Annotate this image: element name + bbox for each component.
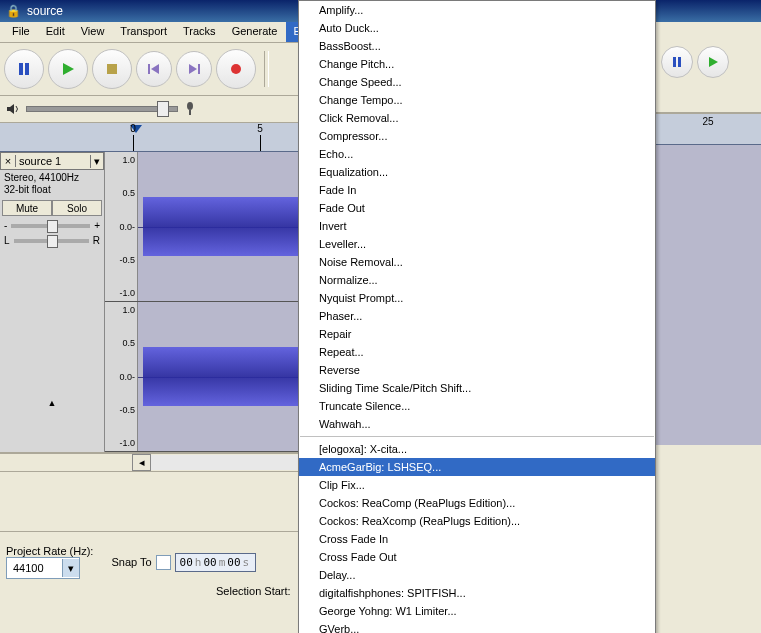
svg-point-10 bbox=[187, 102, 193, 110]
menu-transport[interactable]: Transport bbox=[112, 22, 175, 42]
svg-marker-2 bbox=[63, 63, 74, 75]
play-button[interactable] bbox=[48, 49, 88, 89]
menu-tracks[interactable]: Tracks bbox=[175, 22, 224, 42]
menu-item[interactable]: Echo... bbox=[299, 145, 655, 163]
menu-item[interactable]: Invert bbox=[299, 217, 655, 235]
speaker-icon bbox=[6, 103, 20, 115]
menu-item[interactable]: Reverse bbox=[299, 361, 655, 379]
amplitude-scale: 1.00.50.0--0.5-1.0 bbox=[105, 152, 138, 301]
scale-label: -1.0 bbox=[107, 288, 135, 298]
solo-button[interactable]: Solo bbox=[52, 200, 102, 216]
menu-item[interactable]: Cockos: ReaComp (ReaPlugs Edition)... bbox=[299, 494, 655, 512]
scroll-left-icon[interactable]: ◂ bbox=[132, 454, 151, 471]
menu-item[interactable]: Repair bbox=[299, 325, 655, 343]
waveform[interactable] bbox=[655, 145, 761, 445]
svg-rect-0 bbox=[19, 63, 23, 75]
menu-item[interactable]: Cockos: ReaXcomp (ReaPlugs Edition)... bbox=[299, 512, 655, 530]
track-name[interactable]: source 1 bbox=[16, 155, 90, 167]
menu-item[interactable]: Noise Removal... bbox=[299, 253, 655, 271]
output-volume-slider[interactable] bbox=[26, 106, 178, 112]
chevron-down-icon[interactable]: ▾ bbox=[62, 559, 79, 577]
menu-item[interactable]: Sliding Time Scale/Pitch Shift... bbox=[299, 379, 655, 397]
toolbar-divider bbox=[264, 51, 269, 87]
menu-item[interactable]: Change Speed... bbox=[299, 73, 655, 91]
menu-item[interactable]: Fade In bbox=[299, 181, 655, 199]
slider-thumb[interactable] bbox=[47, 220, 58, 233]
menu-item[interactable]: Repeat... bbox=[299, 343, 655, 361]
project-rate-combo[interactable]: 44100 ▾ bbox=[6, 557, 80, 579]
menu-item[interactable]: Equalization... bbox=[299, 163, 655, 181]
scale-label: 1.0 bbox=[107, 305, 135, 315]
scale-label: 0.0- bbox=[107, 372, 135, 382]
scale-label: 0.5 bbox=[107, 188, 135, 198]
selection-start-label: Selection Start: bbox=[216, 585, 291, 592]
menu-item[interactable]: Truncate Silence... bbox=[299, 397, 655, 415]
slider-thumb[interactable] bbox=[47, 235, 58, 248]
track-menu-chevron-icon[interactable]: ▾ bbox=[90, 155, 103, 168]
menu-item[interactable]: Delay... bbox=[299, 566, 655, 584]
menu-item[interactable]: Normalize... bbox=[299, 271, 655, 289]
menu-item[interactable]: Leveller... bbox=[299, 235, 655, 253]
menu-item[interactable]: Compressor... bbox=[299, 127, 655, 145]
menu-item[interactable]: Fade Out bbox=[299, 199, 655, 217]
menu-item[interactable]: Amplify... bbox=[299, 1, 655, 19]
menu-view[interactable]: View bbox=[73, 22, 113, 42]
menu-item[interactable]: Clip Fix... bbox=[299, 476, 655, 494]
adjacent-window-strip: 25 bbox=[654, 22, 761, 592]
skip-end-button[interactable] bbox=[176, 51, 212, 87]
slider-thumb[interactable] bbox=[157, 101, 169, 117]
svg-marker-9 bbox=[7, 104, 14, 114]
track-header[interactable]: × source 1 ▾ bbox=[0, 152, 104, 170]
selection-start-field[interactable]: 00h 00m 00s bbox=[175, 553, 257, 572]
ruler-label: 5 bbox=[257, 123, 263, 134]
svg-marker-14 bbox=[709, 57, 718, 67]
pan-slider[interactable]: L R bbox=[0, 233, 104, 248]
skip-start-button[interactable] bbox=[136, 51, 172, 87]
menu-item[interactable]: Auto Duck... bbox=[299, 19, 655, 37]
menu-item[interactable]: [elogoxa]: X-cita... bbox=[299, 440, 655, 458]
stop-button[interactable] bbox=[92, 49, 132, 89]
pause-button[interactable] bbox=[661, 46, 693, 78]
effect-menu-dropdown: Amplify...Auto Duck...BassBoost...Change… bbox=[298, 0, 656, 592]
menu-separator bbox=[300, 436, 654, 437]
mute-button[interactable]: Mute bbox=[2, 200, 52, 216]
track-control-panel: × source 1 ▾ Stereo, 44100Hz 32-bit floa… bbox=[0, 152, 105, 452]
menu-file[interactable]: File bbox=[4, 22, 38, 42]
menu-item[interactable]: Wahwah... bbox=[299, 415, 655, 433]
menu-item[interactable]: Change Pitch... bbox=[299, 55, 655, 73]
snap-to-label: Snap To bbox=[111, 556, 151, 568]
pause-button[interactable] bbox=[4, 49, 44, 89]
menu-item[interactable]: Change Tempo... bbox=[299, 91, 655, 109]
snap-to-checkbox[interactable] bbox=[156, 555, 171, 570]
window-title: source bbox=[27, 4, 63, 18]
svg-rect-4 bbox=[148, 64, 150, 74]
lock-icon: 🔒 bbox=[6, 4, 21, 18]
track-format: Stereo, 44100Hz 32-bit float bbox=[0, 170, 104, 198]
scale-label: -0.5 bbox=[107, 405, 135, 415]
menu-generate[interactable]: Generate bbox=[224, 22, 286, 42]
gain-slider[interactable]: - + bbox=[0, 218, 104, 233]
menu-item[interactable]: digitalfishphones: SPITFISH... bbox=[299, 584, 655, 592]
scale-label: 1.0 bbox=[107, 155, 135, 165]
svg-rect-3 bbox=[107, 64, 117, 74]
amplitude-scale: 1.00.50.0--0.5-1.0 bbox=[105, 302, 138, 451]
play-button[interactable] bbox=[697, 46, 729, 78]
track-close-button[interactable]: × bbox=[1, 155, 16, 167]
project-rate-label: Project Rate (Hz): bbox=[6, 545, 93, 557]
record-button[interactable] bbox=[216, 49, 256, 89]
ruler-label: 0 bbox=[130, 123, 136, 134]
menu-item[interactable]: Cross Fade Out bbox=[299, 548, 655, 566]
scale-label: 0.5 bbox=[107, 338, 135, 348]
track-collapse-button[interactable]: ▲ bbox=[0, 248, 104, 452]
ruler-tick bbox=[260, 135, 261, 151]
menu-item[interactable]: AcmeGarBig: LSHSEQ... bbox=[299, 458, 655, 476]
menu-item[interactable]: Nyquist Prompt... bbox=[299, 289, 655, 307]
timeline-ruler[interactable]: 25 bbox=[655, 113, 761, 145]
scale-label: -0.5 bbox=[107, 255, 135, 265]
menu-edit[interactable]: Edit bbox=[38, 22, 73, 42]
menu-item[interactable]: Phaser... bbox=[299, 307, 655, 325]
menu-item[interactable]: Click Removal... bbox=[299, 109, 655, 127]
menu-item[interactable]: Cross Fade In bbox=[299, 530, 655, 548]
svg-rect-7 bbox=[198, 64, 200, 74]
menu-item[interactable]: BassBoost... bbox=[299, 37, 655, 55]
